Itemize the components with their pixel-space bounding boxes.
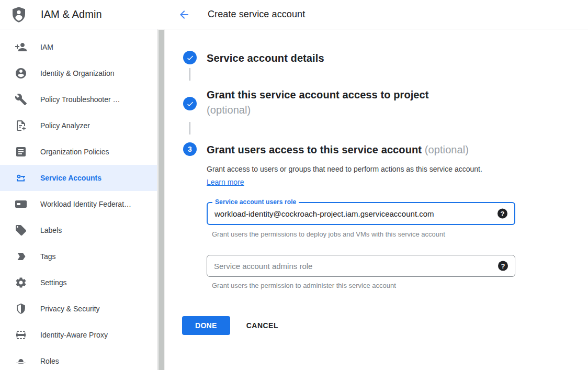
page-header: Create service account [165, 0, 588, 29]
step-connector [189, 68, 190, 81]
service-account-admins-role-field: ? [207, 255, 515, 277]
step-3-description: Grant access to users or groups that nee… [207, 163, 502, 189]
step-1-title-text: Service account details [207, 52, 324, 64]
account-circle-icon [15, 67, 27, 80]
sidebar-item-label: Workload Identity Federat… [40, 200, 131, 208]
label-important-icon [15, 250, 27, 263]
sidebar-item-label: Policy Analyzer [40, 121, 90, 130]
users-role-input[interactable] [208, 203, 514, 224]
sidebar-item-label: Roles [40, 357, 59, 365]
sidebar-item-privacy-security[interactable]: Privacy & Security [0, 296, 157, 322]
step-1-check-badge [183, 51, 197, 64]
sidebar-nav: IAM Identity & Organization Policy Troub… [0, 29, 157, 370]
sidebar-scrollbar-thumb[interactable] [159, 30, 164, 370]
document-gear-icon [15, 119, 27, 132]
check-icon [186, 54, 194, 62]
sidebar-item-identity-organization[interactable]: Identity & Organization [0, 60, 157, 86]
step-2-title-text: Grant this service account access to pro… [207, 89, 429, 100]
shield-half-icon [15, 302, 27, 315]
arrow-back-icon [178, 8, 190, 21]
sidebar-header: IAM & Admin [0, 0, 157, 29]
step-3-optional-text: (optional) [425, 144, 469, 155]
wrench-icon [15, 93, 27, 106]
step-3-title-text: Grant users access to this service accou… [207, 144, 422, 155]
help-icon[interactable]: ? [497, 209, 507, 219]
admins-role-helper-text: Grant users the permission to administer… [212, 282, 396, 289]
service-account-users-role-field: Service account users role ? [207, 202, 515, 225]
sidebar-item-label: Privacy & Security [40, 305, 100, 313]
step-2-optional-text: (optional) [207, 103, 429, 118]
step-3-number-badge: 3 [183, 142, 197, 156]
back-button[interactable] [178, 8, 190, 21]
sidebar-item-service-accounts[interactable]: Service Accounts [0, 165, 157, 191]
learn-more-link[interactable]: Learn more [207, 178, 244, 186]
proxy-grid-icon [15, 329, 27, 341]
service-account-key-icon [15, 172, 27, 184]
detective-hat-icon [15, 355, 27, 367]
sidebar-item-label: Identity-Aware Proxy [40, 331, 108, 339]
step-connector [189, 122, 190, 134]
sidebar-item-label: Labels [40, 226, 62, 234]
check-icon [186, 100, 194, 108]
sidebar-item-organization-policies[interactable]: Organization Policies [0, 139, 157, 165]
person-add-icon [15, 41, 27, 53]
sidebar-item-policy-analyzer[interactable]: Policy Analyzer [0, 113, 157, 139]
gcp-console: IAM & Admin IAM Identity & Organization [0, 0, 588, 370]
sidebar-item-label: Identity & Organization [40, 69, 115, 77]
sidebar-item-label: Settings [40, 278, 67, 287]
sidebar-item-label: Service Accounts [40, 174, 101, 182]
step-1-title: Service account details [207, 51, 324, 66]
sidebar-item-workload-identity-federation[interactable]: Workload Identity Federat… [0, 191, 157, 217]
label-tag-icon [15, 224, 27, 237]
sidebar-item-label: IAM [40, 43, 53, 51]
step-2-title: Grant this service account access to pro… [207, 87, 429, 118]
users-role-helper-text: Grant users the permissions to deploy jo… [212, 230, 445, 238]
sidebar-scrollbar-track[interactable] [157, 29, 165, 370]
sidebar-item-iam[interactable]: IAM [0, 34, 157, 60]
sidebar-item-label: Tags [40, 252, 56, 261]
done-button[interactable]: DONE [182, 316, 230, 335]
iam-admin-logo-shield-person-icon [10, 6, 27, 24]
sidebar-item-tags[interactable]: Tags [0, 243, 157, 270]
article-icon [15, 145, 27, 158]
form-actions: DONE CANCEL [182, 316, 278, 335]
step-3-number: 3 [188, 145, 192, 153]
cancel-button[interactable]: CANCEL [246, 321, 278, 330]
card-icon [15, 198, 27, 210]
sidebar-item-settings[interactable]: Settings [0, 270, 157, 296]
sidebar-item-roles[interactable]: Roles [0, 348, 157, 370]
step-2-check-badge [183, 97, 197, 110]
sidebar-item-identity-aware-proxy[interactable]: Identity-Aware Proxy [0, 322, 157, 348]
help-icon[interactable]: ? [498, 261, 508, 271]
sidebar-item-labels[interactable]: Labels [0, 217, 157, 243]
description-text: Grant access to users or groups that nee… [207, 165, 482, 173]
page-title: Create service account [208, 9, 305, 20]
main-panel: Create service account Service account d… [165, 0, 588, 370]
admins-role-input[interactable] [207, 255, 515, 276]
sidebar-item-policy-troubleshooter[interactable]: Policy Troubleshooter … [0, 86, 157, 113]
sidebar: IAM & Admin IAM Identity & Organization [0, 0, 157, 370]
sidebar-item-label: Organization Policies [40, 148, 109, 156]
gear-icon [15, 276, 27, 289]
sidebar-item-label: Policy Troubleshooter … [40, 95, 120, 104]
step-3-title: Grant users access to this service accou… [207, 142, 469, 158]
product-title: IAM & Admin [41, 8, 102, 20]
